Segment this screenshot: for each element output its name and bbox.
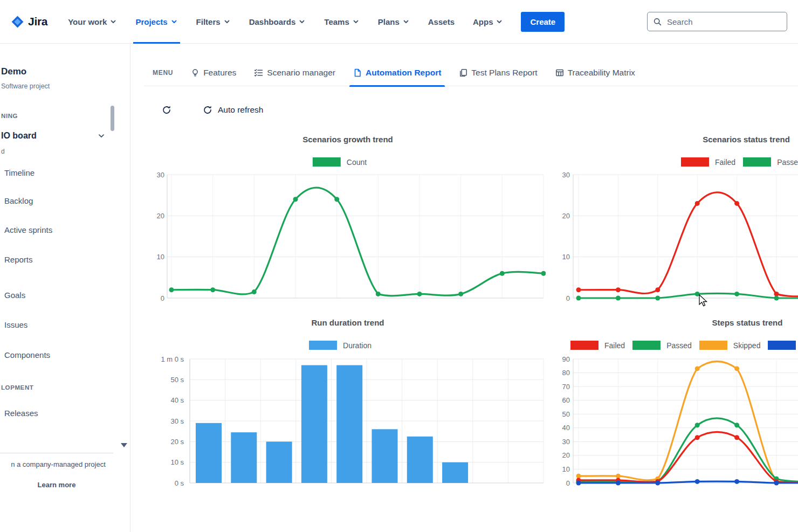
search-box[interactable] (647, 12, 787, 31)
create-button[interactable]: Create (521, 12, 565, 32)
jira-app: Jira Your work Projects Filters Dashboar… (0, 0, 798, 532)
report-tabbar: MENU Features Scenario manager Automatio… (144, 59, 798, 86)
chart-title: Run duration trend (312, 318, 384, 327)
data-point (695, 292, 700, 296)
bar (372, 429, 398, 483)
legend-item[interactable]: Failed (681, 157, 735, 167)
board-selector[interactable]: IO board (1, 131, 106, 141)
sidebar-item-goals[interactable]: Goals (4, 291, 25, 300)
chevron-down-icon (223, 18, 231, 25)
auto-refresh-label: Auto refresh (218, 105, 263, 115)
legend-item[interactable]: Passed (743, 157, 798, 167)
data-point (576, 481, 581, 486)
nav-item-projects[interactable]: Projects (135, 0, 177, 44)
nav-label: Plans (378, 17, 400, 26)
data-point (210, 287, 215, 292)
scrollbar-down-arrow-icon[interactable] (121, 443, 127, 447)
legend-item[interactable]: Count (313, 157, 367, 167)
tab-features[interactable]: Features (191, 59, 236, 86)
axis-tick-label: 10 (157, 253, 164, 261)
data-point (734, 479, 739, 484)
nav-item-plans[interactable]: Plans (378, 0, 410, 44)
data-point (500, 271, 505, 276)
tab-test-plans-report[interactable]: Test Plans Report (459, 59, 537, 86)
sidebar-item-issues[interactable]: Issues (4, 320, 27, 329)
chevron-down-icon (496, 18, 503, 25)
tab-automation-report[interactable]: Automation Report (353, 59, 441, 86)
axis-tick-label: 10 (562, 253, 570, 261)
primary-nav: Your work Projects Filters Dashboards Te… (68, 0, 503, 44)
data-point (616, 474, 621, 479)
search-input[interactable] (667, 17, 781, 26)
board-subtitle: d (1, 148, 5, 155)
axis-tick-label: 10 s (170, 458, 184, 466)
sidebar-item-components[interactable]: Components (4, 350, 50, 360)
legend-item[interactable] (768, 341, 798, 350)
nav-item-your-work[interactable]: Your work (68, 0, 117, 44)
project-type: Software project (1, 82, 50, 90)
legend-item[interactable]: Skipped (699, 341, 761, 350)
data-point (576, 296, 581, 301)
axis-tick-label: 70 (562, 383, 570, 391)
nav-label: Dashboards (249, 17, 296, 26)
axis-tick-label: 0 s (175, 479, 184, 487)
chart-run-duration: 0 s10 s20 s30 s40 s50 s1 m 0 s Run durat… (144, 316, 546, 494)
data-point (616, 287, 621, 292)
sidebar-item-releases[interactable]: Releases (4, 409, 38, 418)
data-point (616, 481, 621, 486)
axis-tick-label: 20 (157, 212, 164, 220)
tab-scenario-manager[interactable]: Scenario manager (254, 59, 335, 86)
legend-label: Failed (604, 341, 625, 350)
tab-label: Scenario manager (267, 68, 335, 78)
legend-label: Failed (715, 158, 735, 167)
sidebar-section-development: LOPMENT (1, 384, 33, 391)
sidebar: Demo Software project NING IO board d Ti… (0, 44, 130, 532)
axis-tick-label: 60 (562, 396, 570, 404)
sidebar-item-active-sprints[interactable]: Active sprints (4, 225, 52, 234)
nav-item-teams[interactable]: Teams (324, 0, 359, 44)
data-point (774, 481, 779, 486)
data-point (734, 292, 739, 296)
axis-tick-label: 50 s (170, 376, 184, 384)
nav-item-apps[interactable]: Apps (473, 0, 504, 44)
data-point (417, 292, 422, 296)
data-point (576, 474, 581, 479)
legend-label: Passed (777, 158, 798, 167)
jira-logo[interactable]: Jira (11, 15, 47, 29)
nav-item-dashboards[interactable]: Dashboards (249, 0, 306, 44)
learn-more-link[interactable]: Learn more (0, 481, 113, 489)
top-nav: Jira Your work Projects Filters Dashboar… (0, 0, 798, 44)
auto-refresh-button[interactable]: Auto refresh (203, 105, 263, 115)
tab-label: Test Plans Report (471, 68, 537, 78)
legend-label: Skipped (733, 341, 761, 350)
bar (196, 423, 222, 483)
grid-icon (555, 68, 564, 77)
bar (336, 365, 362, 483)
nav-item-filters[interactable]: Filters (196, 0, 231, 44)
tab-traceability-matrix[interactable]: Traceability Matrix (555, 59, 635, 86)
line-series (579, 293, 798, 298)
sidebar-item-reports[interactable]: Reports (4, 255, 33, 264)
refresh-button[interactable] (162, 105, 171, 115)
axis-tick-label: 40 s (170, 396, 184, 404)
legend-item[interactable]: Passed (632, 341, 692, 350)
tab-label: Automation Report (366, 68, 441, 78)
data-point (376, 292, 381, 296)
line-series (171, 188, 544, 296)
data-point (541, 271, 546, 276)
axis-tick-label: 20 (562, 212, 570, 220)
copy-pages-icon (459, 68, 467, 77)
legend-swatch (768, 341, 796, 350)
sidebar-scrollbar-thumb[interactable] (111, 106, 114, 131)
nav-label: Filters (196, 17, 221, 26)
nav-item-assets[interactable]: Assets (428, 0, 455, 44)
sidebar-item-timeline[interactable]: Timeline (4, 168, 35, 177)
refresh-icon (203, 105, 212, 115)
legend-label: Count (347, 158, 367, 167)
axis-tick-label: 80 (562, 369, 570, 377)
legend-item[interactable]: Duration (309, 341, 372, 350)
sidebar-item-backlog[interactable]: Backlog (4, 196, 33, 205)
data-point (616, 296, 621, 301)
legend-item[interactable]: Failed (570, 341, 625, 350)
chart-legend: Count (313, 157, 374, 167)
